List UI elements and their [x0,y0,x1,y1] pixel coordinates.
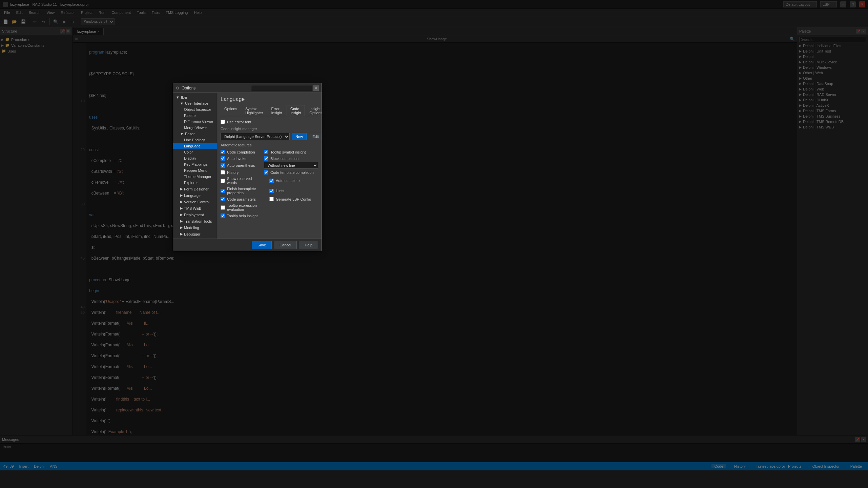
cb-history[interactable] [221,170,225,175]
check-code-template[interactable]: Code template completion [264,169,318,175]
manager-select[interactable]: Delphi (Language Server Protocol) [221,133,290,140]
dtree-deployment[interactable]: ▶ Deployment [173,211,217,218]
dtree-form-designer[interactable]: ▶ Form Designer [173,186,217,192]
dtree-dbg-arrow: ▶ [180,232,183,236]
check-generate-lsp[interactable]: Generate LSP Config [264,196,318,202]
use-editor-font-checkbox[interactable] [221,120,225,124]
lbl-show-reserved: Show reserved words [227,177,259,185]
check-history[interactable]: History [221,169,259,175]
lbl-history: History [227,170,239,175]
manager-new-btn[interactable]: New [292,133,307,140]
manager-row: Delphi (Language Server Protocol) New Ed… [221,133,318,140]
dtree-user-interface[interactable]: ▼ User Interface [173,100,217,106]
check-show-reserved[interactable]: Show reserved words [221,176,259,185]
check-auto-parenthesis[interactable]: Auto parenthesis [221,162,259,169]
lbl-auto-complete: Auto complete [276,179,299,183]
dialog-content: Language Options Syntax Highlighter Erro… [217,93,322,239]
save-btn[interactable]: Save [252,241,272,249]
check-block-completion[interactable]: Block completion [264,156,318,161]
lang-tab-code-insight[interactable]: Code Insight [287,105,305,116]
dtree-vc-arrow: ▶ [180,200,183,204]
features-grid: Code completion Tooltip symbol insight A… [221,149,318,219]
dtree-line-endings[interactable]: Line Endings [173,137,217,143]
lbl-tooltip-expr: Tooltip expression evaluation [227,203,259,211]
dialog-close-btn[interactable]: × [313,85,319,91]
lang-tab-options[interactable]: Options [221,105,241,116]
lbl-generate-lsp: Generate LSP Config [276,197,311,201]
lbl-tooltip-symbol: Tooltip symbol insight [270,150,306,154]
cb-tooltip-expr[interactable] [221,205,225,210]
check-auto-complete[interactable]: Auto complete [264,176,318,185]
use-editor-font-check[interactable]: Use editor font [221,120,318,124]
use-editor-font-label: Use editor font [227,120,251,124]
cancel-btn[interactable]: Cancel [274,241,297,249]
cb-finish-incomplete[interactable] [221,189,225,193]
automatic-features-section: Automatic features Code completion Toolt… [221,143,318,219]
modal-overlay: ⚙ Options × ▼ IDE ▼ User Interface Objec… [0,0,868,488]
block-completion-sub: Without new line [264,162,318,169]
cb-auto-invoke[interactable] [221,156,225,161]
lbl-code-completion: Code completion [227,150,255,154]
cb-code-template[interactable] [264,170,268,175]
check-tooltip-help[interactable]: Tooltip help insight [221,213,259,219]
dialog-tree: ▼ IDE ▼ User Interface Object Inspector … [173,93,217,239]
dtree-object-inspector[interactable]: Object Inspector [173,106,217,113]
dtree-language-group[interactable]: ▶ Language [173,192,217,199]
cb-block-completion[interactable] [264,156,268,161]
cb-auto-parenthesis[interactable] [221,163,225,168]
lang-tab-insight-options[interactable]: Insight Options [306,105,322,116]
dtree-ui-arrow: ▼ [180,101,184,105]
check-code-parameters[interactable]: Code parameters [221,196,259,202]
check-finish-incomplete[interactable]: Finish incomplete properties [221,186,259,196]
dialog-search-input[interactable] [251,85,312,91]
check-hints[interactable]: Hints [264,186,318,196]
manager-edit-btn[interactable]: Edit [309,133,322,140]
lang-tabs: Options Syntax Highlighter Error Insight… [221,105,318,116]
dialog-title: ⚙ Options [176,86,195,90]
dtree-key-mappings[interactable]: Key Mappings [173,161,217,167]
dtree-color[interactable]: Color [173,149,217,155]
lbl-hints: Hints [276,189,284,193]
dtree-modeling[interactable]: ▶ Modeling [173,224,217,231]
cb-code-completion[interactable] [221,150,225,154]
cb-generate-lsp[interactable] [269,197,274,201]
dtree-editor[interactable]: ▼ Editor [173,131,217,137]
cb-show-reserved[interactable] [221,179,225,183]
dtree-theme-manager[interactable]: Theme Manager [173,174,217,180]
lbl-block-completion: Block completion [270,157,298,161]
dtree-language[interactable]: Language [173,143,217,149]
lbl-auto-invoke: Auto invoke [227,157,246,161]
dtree-explorer[interactable]: Explorer [173,180,217,186]
cb-hints[interactable] [269,189,274,193]
cb-tooltip-help[interactable] [221,214,225,218]
lang-tab-syntax[interactable]: Syntax Highlighter [242,105,267,116]
without-newline-dropdown[interactable]: Without new line [264,162,318,169]
dtree-fd-arrow: ▶ [180,187,183,191]
empty-cell2 [264,213,318,219]
dtree-version-control[interactable]: ▶ Version Control [173,199,217,205]
dtree-debugger[interactable]: ▶ Debugger [173,231,217,237]
cb-code-parameters[interactable] [221,197,225,201]
lang-tab-error[interactable]: Error Insight [268,105,286,116]
dtree-palette[interactable]: Palette [173,113,217,119]
dialog-body: ▼ IDE ▼ User Interface Object Inspector … [173,93,322,239]
lbl-code-template: Code template completion [270,170,314,175]
dtree-tt-arrow: ▶ [180,219,183,223]
empty-cell [264,203,318,212]
dtree-tms-web[interactable]: ▶ TMS WEB [173,205,217,211]
cb-tooltip-symbol[interactable] [264,150,268,154]
automatic-features-label: Automatic features [221,143,318,147]
dtree-difference-viewer[interactable]: Difference Viewer [173,119,217,125]
cb-auto-complete[interactable] [269,179,274,183]
dtree-merge-viewer[interactable]: Merge Viewer [173,125,217,131]
lbl-code-parameters: Code parameters [227,197,256,201]
check-tooltip-expr[interactable]: Tooltip expression evaluation [221,203,259,212]
check-code-completion[interactable]: Code completion [221,149,259,155]
help-btn[interactable]: Help [299,241,318,249]
dtree-display[interactable]: Display [173,155,217,161]
dtree-ide[interactable]: ▼ IDE [173,94,217,100]
check-auto-invoke[interactable]: Auto invoke [221,156,259,161]
dtree-reopen-menu[interactable]: Reopen Menu [173,167,217,174]
dtree-translation-tools[interactable]: ▶ Translation Tools [173,218,217,224]
check-tooltip-symbol[interactable]: Tooltip symbol insight [264,149,318,155]
